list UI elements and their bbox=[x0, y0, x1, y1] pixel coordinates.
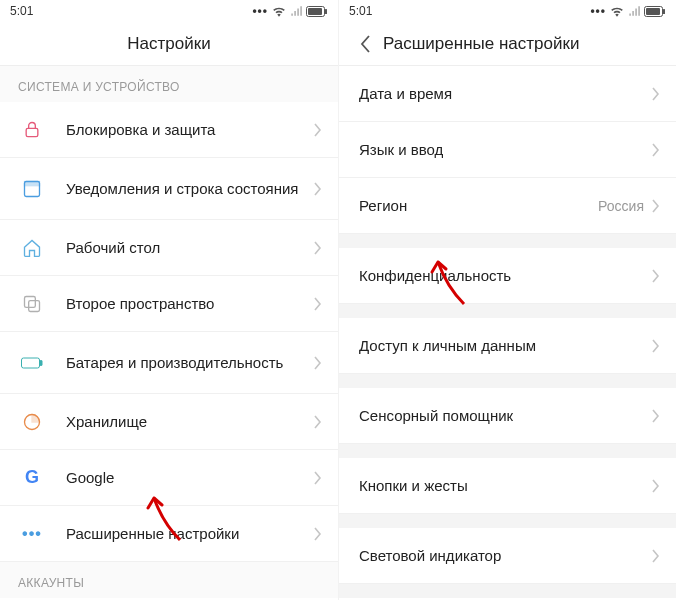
row-second-space[interactable]: Второе пространство bbox=[0, 276, 338, 332]
section-header-system: СИСТЕМА И УСТРОЙСТВО bbox=[0, 66, 338, 102]
svg-rect-1 bbox=[325, 9, 327, 14]
row-storage[interactable]: Хранилище bbox=[0, 394, 338, 450]
more-icon: ••• bbox=[18, 520, 46, 548]
settings-list: Дата и время Язык и ввод Регион Россия bbox=[339, 66, 676, 234]
row-personal-data-access[interactable]: Доступ к личным данным bbox=[339, 318, 676, 374]
row-label: Конфиденциальность bbox=[359, 266, 648, 286]
header: Расширенные настройки bbox=[339, 22, 676, 66]
wifi-icon bbox=[272, 5, 286, 17]
page-title: Расширенные настройки bbox=[383, 34, 579, 54]
row-label: Сенсорный помощник bbox=[359, 406, 648, 426]
settings-list: Кнопки и жесты bbox=[339, 458, 676, 514]
row-date-time[interactable]: Дата и время bbox=[339, 66, 676, 122]
chevron-right-icon bbox=[310, 297, 326, 311]
gap bbox=[339, 444, 676, 458]
page-title: Настройки bbox=[127, 34, 210, 54]
gap bbox=[339, 234, 676, 248]
row-label: Второе пространство bbox=[66, 294, 310, 314]
row-privacy[interactable]: Конфиденциальность bbox=[339, 248, 676, 304]
second-space-icon bbox=[18, 290, 46, 318]
signal-dots-icon: ••• bbox=[252, 4, 268, 18]
svg-rect-9 bbox=[40, 360, 42, 365]
row-touch-assistant[interactable]: Сенсорный помощник bbox=[339, 388, 676, 444]
status-time: 5:01 bbox=[10, 4, 33, 18]
settings-list: Доступ к личным данным bbox=[339, 318, 676, 374]
wifi-icon bbox=[610, 5, 624, 17]
battery-icon bbox=[644, 6, 666, 17]
header: Настройки bbox=[0, 22, 338, 66]
row-notifications[interactable]: Уведомления и строка состояния bbox=[0, 158, 338, 220]
row-lock-and-security[interactable]: Блокировка и защита bbox=[0, 102, 338, 158]
row-label: Язык и ввод bbox=[359, 140, 648, 160]
gap bbox=[339, 304, 676, 318]
chevron-right-icon bbox=[648, 549, 664, 563]
row-label: Рабочий стол bbox=[66, 238, 310, 258]
chevron-right-icon bbox=[648, 339, 664, 353]
svg-rect-7 bbox=[29, 300, 40, 311]
section-header-accounts: АККАУНТЫ bbox=[0, 562, 338, 598]
chevron-right-icon bbox=[648, 479, 664, 493]
gap bbox=[339, 374, 676, 388]
lock-icon bbox=[18, 116, 46, 144]
chevron-right-icon bbox=[648, 269, 664, 283]
row-label: Дата и время bbox=[359, 84, 648, 104]
row-label: Кнопки и жесты bbox=[359, 476, 648, 496]
row-led-indicator[interactable]: Световой индикатор bbox=[339, 528, 676, 584]
status-icons: ••• bbox=[252, 4, 328, 18]
gap bbox=[339, 514, 676, 528]
chevron-right-icon bbox=[310, 241, 326, 255]
storage-icon bbox=[18, 408, 46, 436]
row-battery[interactable]: Батарея и производительность bbox=[0, 332, 338, 394]
signal-dots-icon: ••• bbox=[590, 4, 606, 18]
row-label: Блокировка и защита bbox=[66, 120, 310, 140]
row-language-input[interactable]: Язык и ввод bbox=[339, 122, 676, 178]
settings-list: Сенсорный помощник bbox=[339, 388, 676, 444]
back-button[interactable] bbox=[347, 22, 383, 66]
chevron-right-icon bbox=[310, 527, 326, 541]
row-label: Google bbox=[66, 468, 310, 488]
notification-icon bbox=[18, 175, 46, 203]
settings-list: Конфиденциальность bbox=[339, 248, 676, 304]
svg-rect-2 bbox=[308, 8, 322, 15]
row-label: Световой индикатор bbox=[359, 546, 648, 566]
chevron-right-icon bbox=[648, 199, 664, 213]
settings-list: Световой индикатор bbox=[339, 528, 676, 584]
chevron-right-icon bbox=[310, 471, 326, 485]
status-bar: 5:01 ••• bbox=[0, 0, 338, 22]
gap bbox=[339, 584, 676, 598]
status-icons: ••• bbox=[590, 4, 666, 18]
status-time: 5:01 bbox=[349, 4, 372, 18]
row-label: Хранилище bbox=[66, 412, 310, 432]
row-home-screen[interactable]: Рабочий стол bbox=[0, 220, 338, 276]
home-icon bbox=[18, 234, 46, 262]
battery-perf-icon bbox=[18, 349, 46, 377]
phone-left: 5:01 ••• Настройки СИСТЕМА И УСТРОЙСТВО … bbox=[0, 0, 338, 600]
battery-icon bbox=[306, 6, 328, 17]
svg-rect-6 bbox=[25, 296, 36, 307]
row-value: Россия bbox=[598, 198, 644, 214]
phone-right: 5:01 ••• Расширенные настройки Дата и вр… bbox=[338, 0, 676, 600]
chevron-right-icon bbox=[310, 182, 326, 196]
status-bar: 5:01 ••• bbox=[339, 0, 676, 22]
google-icon: G bbox=[18, 464, 46, 492]
row-label: Батарея и производительность bbox=[66, 353, 310, 373]
chevron-right-icon bbox=[310, 415, 326, 429]
chevron-right-icon bbox=[648, 409, 664, 423]
chevron-right-icon bbox=[310, 123, 326, 137]
row-advanced-settings[interactable]: ••• Расширенные настройки bbox=[0, 506, 338, 562]
settings-list: Блокировка и защита Уведомления и строка… bbox=[0, 102, 338, 562]
row-buttons-gestures[interactable]: Кнопки и жесты bbox=[339, 458, 676, 514]
svg-rect-3 bbox=[26, 128, 38, 136]
row-label: Расширенные настройки bbox=[66, 524, 310, 544]
row-label: Регион bbox=[359, 196, 598, 216]
chevron-right-icon bbox=[310, 356, 326, 370]
chevron-right-icon bbox=[648, 143, 664, 157]
svg-rect-12 bbox=[663, 9, 665, 14]
row-label: Доступ к личным данным bbox=[359, 336, 648, 356]
row-region[interactable]: Регион Россия bbox=[339, 178, 676, 234]
svg-rect-8 bbox=[22, 358, 40, 368]
chevron-right-icon bbox=[648, 87, 664, 101]
row-label: Уведомления и строка состояния bbox=[66, 179, 310, 199]
cellular-icon bbox=[290, 5, 302, 17]
row-google[interactable]: G Google bbox=[0, 450, 338, 506]
